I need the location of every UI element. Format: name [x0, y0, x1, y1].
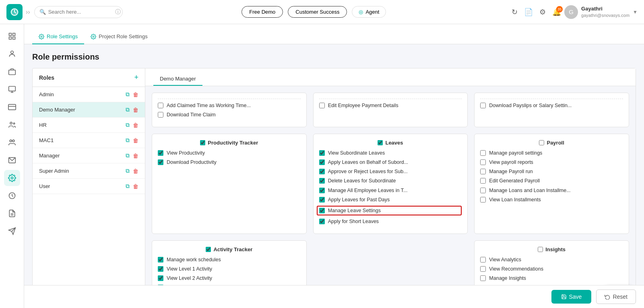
sidebar-item-person[interactable] — [4, 46, 20, 62]
checkbox-edit-employee-payment[interactable] — [319, 103, 325, 108]
role-item-super-admin[interactable]: Super Admin ⧉ 🗑 — [33, 163, 145, 179]
checkbox-manage-payroll-settings[interactable] — [480, 150, 486, 156]
delete-icon-user[interactable]: 🗑 — [133, 183, 138, 190]
customer-success-button[interactable]: Customer Success — [288, 6, 347, 18]
sidebar-item-mail[interactable] — [4, 152, 20, 168]
checkbox-view-subordinate-leaves[interactable] — [319, 150, 325, 156]
perm-item-manage-payroll-run: Manage Payroll run — [480, 168, 623, 175]
sidebar-item-send[interactable] — [4, 223, 20, 239]
checkbox-manage-insights[interactable] — [480, 275, 486, 281]
svg-rect-10 — [8, 87, 15, 91]
sidebar-item-reports[interactable] — [4, 205, 20, 221]
delete-icon-super-admin[interactable]: 🗑 — [133, 168, 138, 174]
checkbox-apply-leaves-past-days[interactable] — [319, 197, 325, 203]
perm-item-manage-leave-settings: Manage Leave Settings — [317, 206, 462, 215]
role-item-admin[interactable]: Admin ⧉ 🗑 — [33, 87, 145, 102]
role-item-mac1[interactable]: MAC1 ⧉ 🗑 — [33, 133, 145, 148]
bottom-bar: Save Reset — [24, 285, 644, 308]
perm-item-apply-leaves-behalf: Apply Leaves on Behalf of Subord... — [319, 159, 462, 165]
role-item-demo-manager[interactable]: Demo Manager ⧉ 🗑 — [33, 102, 145, 118]
checkbox-productivity-title[interactable] — [200, 140, 205, 145]
checkbox-view-productivity[interactable] — [158, 150, 163, 156]
svg-point-15 — [10, 122, 12, 124]
reset-button[interactable]: Reset — [596, 289, 636, 304]
refresh-button[interactable]: ↻ — [512, 8, 518, 17]
copy-icon-admin[interactable]: ⧉ — [126, 91, 130, 98]
role-item-hr[interactable]: HR ⧉ 🗑 — [33, 118, 145, 133]
user-menu[interactable]: G Gayathri gayathri@snovasys.com ▼ — [564, 5, 638, 19]
copy-icon-demo-manager[interactable]: ⧉ — [126, 106, 130, 113]
perm-card-title-activity: Activity Tracker — [158, 246, 301, 252]
checkbox-add-claimed-time[interactable] — [158, 103, 163, 108]
sidebar-item-settings[interactable] — [4, 170, 20, 186]
role-item-manager[interactable]: Manager ⧉ 🗑 — [33, 148, 145, 163]
checkbox-manage-loans[interactable] — [480, 188, 486, 193]
user-email: gayathri@snovasys.com — [581, 12, 630, 18]
gear-button[interactable]: ⚙ — [539, 8, 546, 17]
delete-icon-mac1[interactable]: 🗑 — [133, 137, 138, 144]
permissions-layout: Roles + Admin ⧉ 🗑 Demo Manager ⧉ 🗑 HR — [32, 68, 636, 308]
save-button[interactable]: Save — [551, 290, 592, 304]
checkbox-download-productivity[interactable] — [158, 159, 163, 165]
copy-icon-user[interactable]: ⧉ — [126, 183, 130, 190]
checkbox-apply-short-leaves[interactable] — [319, 219, 325, 224]
search-input[interactable] — [48, 9, 113, 15]
label-manage-loans: Manage Loans and Loan Installme... — [489, 187, 570, 194]
sidebar-item-dashboard[interactable] — [4, 28, 20, 44]
checkbox-approve-reject-leaves[interactable] — [319, 169, 325, 174]
copy-icon-manager[interactable]: ⧉ — [126, 152, 130, 159]
checkbox-manage-work-schedules[interactable] — [158, 257, 163, 263]
checkbox-view-loan-installments[interactable] — [480, 197, 486, 203]
free-demo-button[interactable]: Free Demo — [242, 6, 283, 18]
delete-icon-admin[interactable]: 🗑 — [133, 91, 138, 98]
checkbox-download-time-claim[interactable] — [158, 112, 163, 118]
checkbox-view-analytics[interactable] — [480, 257, 486, 263]
copy-icon-mac1[interactable]: ⧉ — [126, 137, 130, 144]
sidebar-item-card[interactable] — [4, 99, 20, 115]
checkbox-manage-all-employee-leaves[interactable] — [319, 188, 325, 193]
copy-icon-hr[interactable]: ⧉ — [126, 122, 130, 128]
checkbox-view-level1[interactable] — [158, 266, 163, 272]
label-manage-work-schedules: Manage work schedules — [167, 256, 221, 263]
checkbox-manage-leave-settings[interactable] — [319, 208, 325, 213]
perm-item-download-payslip: Download Payslips or Salary Settin... — [480, 102, 623, 109]
checkbox-view-recommendations[interactable] — [480, 266, 486, 272]
checkbox-leaves-title[interactable] — [378, 140, 383, 145]
agent-button[interactable]: ◎ Agent — [352, 6, 386, 18]
main-header: ›› 🔍 ⓘ Free Demo Customer Success ◎ Agen… — [0, 0, 644, 24]
sidebar-item-briefcase[interactable] — [4, 64, 20, 80]
sidebar-item-monitor[interactable] — [4, 81, 20, 97]
sidebar-item-clock[interactable] — [4, 188, 20, 204]
page-title: Role permissions — [32, 52, 636, 62]
delete-icon-manager[interactable]: 🗑 — [133, 153, 138, 159]
checkbox-view-level2[interactable] — [158, 275, 163, 281]
delete-icon-hr[interactable]: 🗑 — [133, 122, 138, 128]
header-center: Free Demo Customer Success ◎ Agent — [123, 6, 505, 18]
tab-role-settings[interactable]: Role Settings — [32, 29, 84, 44]
checkbox-edit-generated-payroll[interactable] — [480, 178, 486, 184]
notification-button[interactable]: 🔔 35 — [552, 8, 561, 17]
leaves-title: Leaves — [385, 140, 403, 146]
sidebar-item-groups[interactable] — [4, 117, 20, 133]
active-role-tab[interactable]: Demo Manager — [153, 72, 202, 86]
checkbox-view-payroll-reports[interactable] — [480, 159, 486, 165]
checkbox-activity-title[interactable] — [206, 247, 211, 252]
checkbox-apply-leaves-behalf[interactable] — [319, 159, 325, 165]
svg-rect-4 — [9, 33, 11, 36]
checkbox-insights-title[interactable] — [538, 247, 543, 252]
checkbox-delete-leaves-subordinate[interactable] — [319, 178, 325, 184]
perm-card-payslip: Download Payslips or Salary Settin... — [474, 93, 629, 127]
role-item-user[interactable]: User ⧉ 🗑 — [33, 179, 145, 194]
checkbox-manage-payroll-run[interactable] — [480, 169, 486, 174]
copy-icon-super-admin[interactable]: ⧉ — [126, 167, 130, 174]
perm-item-view-subordinate-leaves: View Subordinate Leaves — [319, 150, 462, 156]
delete-icon-demo-manager[interactable]: 🗑 — [133, 107, 138, 113]
checkbox-payroll-title[interactable] — [539, 140, 544, 145]
role-name-super-admin: Super Admin — [39, 168, 69, 174]
checkbox-download-payslip[interactable] — [480, 103, 486, 108]
label-edit-employee-payment: Edit Employee Payment Details — [328, 102, 398, 109]
add-role-button[interactable]: + — [134, 73, 138, 82]
document-button[interactable]: 📄 — [524, 8, 533, 17]
tab-project-role-settings[interactable]: Project Role Settings — [84, 29, 154, 44]
sidebar-item-hr[interactable] — [4, 134, 20, 151]
